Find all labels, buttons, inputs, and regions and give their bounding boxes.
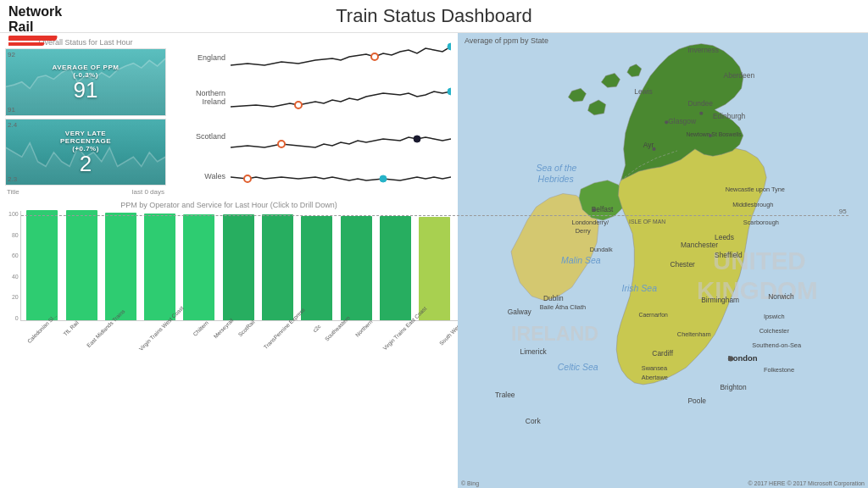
svg-text:Brighton: Brighton bbox=[720, 383, 747, 391]
bar-group[interactable] bbox=[258, 211, 297, 320]
svg-point-66 bbox=[728, 356, 733, 361]
svg-text:Cork: Cork bbox=[526, 417, 542, 425]
bar-group[interactable] bbox=[180, 211, 219, 320]
late-value: 2 bbox=[46, 152, 125, 175]
trend-ni-chart bbox=[231, 81, 451, 114]
trend-charts: England Northern Ireland bbox=[168, 36, 454, 197]
bar-chart-title: PPM by Operator and Service for Last Hou… bbox=[8, 201, 449, 209]
svg-text:Edinburgh: Edinburgh bbox=[713, 112, 746, 120]
svg-text:Aberdeen: Aberdeen bbox=[724, 71, 755, 80]
svg-text:Glasgow: Glasgow bbox=[668, 117, 697, 125]
bar-chart-section: PPM by Operator and Service for Last Hou… bbox=[3, 197, 454, 485]
logo-text: Network Rail bbox=[8, 4, 62, 34]
bar-rect bbox=[341, 216, 372, 321]
bar-group[interactable] bbox=[415, 211, 454, 320]
svg-point-65 bbox=[593, 208, 596, 211]
trend-ni: Northern Ireland bbox=[171, 80, 451, 115]
svg-text:Scarborough: Scarborough bbox=[743, 219, 779, 226]
svg-text:Dublin: Dublin bbox=[543, 294, 564, 302]
svg-point-64 bbox=[709, 134, 712, 137]
svg-text:Middlesbrough: Middlesbrough bbox=[732, 201, 773, 208]
logo-area: Network Rail bbox=[8, 4, 62, 46]
svg-text:Hebrides: Hebrides bbox=[538, 174, 575, 184]
trend-scotland-label: Scotland bbox=[171, 132, 231, 141]
trend-england-label: England bbox=[171, 53, 231, 62]
svg-text:Dundee: Dundee bbox=[687, 99, 713, 108]
bar-group[interactable] bbox=[62, 211, 101, 320]
right-panel: Average of ppm by State bbox=[458, 33, 868, 488]
svg-text:Sheffield: Sheffield bbox=[715, 251, 743, 259]
svg-rect-1 bbox=[8, 42, 45, 46]
trend-wales: Wales bbox=[171, 158, 451, 194]
svg-point-8 bbox=[278, 141, 285, 147]
svg-point-11 bbox=[380, 175, 387, 182]
uk-map-svg: Inverness Aberdeen Dundee Glasgow Edinbu… bbox=[458, 33, 868, 488]
svg-text:Malin Sea: Malin Sea bbox=[561, 255, 601, 265]
bar-rect bbox=[144, 214, 175, 320]
bar-group[interactable] bbox=[298, 211, 337, 320]
bar-group[interactable] bbox=[376, 211, 415, 320]
y-axis: 100 80 60 40 20 0 bbox=[8, 211, 20, 321]
ppm-axis-bottom: 91 bbox=[8, 106, 15, 114]
logo-icon bbox=[8, 36, 59, 46]
trend-scotland-chart bbox=[231, 120, 451, 152]
svg-text:Tralee: Tralee bbox=[495, 391, 515, 399]
logo-lines bbox=[8, 36, 59, 46]
svg-text:Newcastle upon Tyne: Newcastle upon Tyne bbox=[726, 186, 785, 193]
svg-text:Poole: Poole bbox=[687, 396, 706, 405]
top-charts: Overall Status for Last Hour 92 AVERAGE … bbox=[3, 36, 454, 197]
bar-group[interactable] bbox=[219, 211, 258, 320]
time-axis: Title last 0 days bbox=[5, 188, 166, 196]
bar-rect bbox=[26, 210, 58, 320]
bar-rect bbox=[262, 214, 293, 320]
svg-point-6 bbox=[295, 102, 302, 108]
svg-text:Irish Sea: Irish Sea bbox=[622, 283, 658, 293]
svg-text:Folkestone: Folkestone bbox=[764, 366, 794, 374]
trend-ni-label: Northern Ireland bbox=[171, 89, 231, 106]
ppm-value: 91 bbox=[46, 79, 125, 101]
bing-credit: © Bing bbox=[461, 480, 479, 486]
svg-text:Abertawe: Abertawe bbox=[642, 374, 668, 381]
late-label: VERY LATE PERCENTAGE (+0.7%) bbox=[46, 130, 125, 152]
page-title: Train Status Dashboard bbox=[336, 5, 532, 27]
trend-wales-chart bbox=[231, 160, 451, 192]
bar-group[interactable] bbox=[101, 211, 140, 320]
bar-rect bbox=[380, 216, 411, 321]
svg-text:Southend-on-Sea: Southend-on-Sea bbox=[752, 341, 802, 349]
svg-text:Baile Átha Cliath: Baile Átha Cliath bbox=[540, 303, 586, 311]
svg-text:Derry: Derry bbox=[576, 227, 591, 235]
svg-text:Celtic Sea: Celtic Sea bbox=[558, 362, 598, 372]
main-content: Overall Status for Last Hour 92 AVERAGE … bbox=[0, 33, 868, 488]
svg-point-5 bbox=[448, 43, 451, 50]
svg-text:Norwich: Norwich bbox=[768, 292, 794, 301]
bar-group[interactable] bbox=[141, 211, 180, 320]
svg-text:Caernarfon: Caernarfon bbox=[639, 312, 668, 318]
svg-point-63 bbox=[652, 147, 655, 151]
svg-text:Newtown St Boswells: Newtown St Boswells bbox=[686, 131, 742, 137]
trend-england-chart bbox=[231, 42, 451, 74]
svg-text:Inverness: Inverness bbox=[687, 46, 718, 54]
svg-text:Sea of the: Sea of the bbox=[536, 163, 576, 173]
svg-point-7 bbox=[448, 88, 451, 95]
map-title: Average of ppm by State bbox=[465, 36, 548, 45]
late-sparkline: 2.4 VERY LATE PERCENTAGE (+0.7%) 2 2.3 bbox=[5, 119, 166, 186]
late-overlay: VERY LATE PERCENTAGE (+0.7%) 2 bbox=[46, 130, 125, 175]
bar-rect bbox=[301, 216, 332, 321]
svg-text:Ipswich: Ipswich bbox=[764, 313, 785, 320]
svg-point-10 bbox=[244, 175, 251, 182]
ppm-overlay: AVERAGE OF PPM (-0.3%) 91 bbox=[46, 64, 125, 101]
svg-text:Londonderry/: Londonderry/ bbox=[572, 219, 609, 226]
svg-text:Colchester: Colchester bbox=[760, 327, 790, 335]
header: Network Rail Train Status Dashboard bbox=[0, 0, 868, 33]
svg-text:Cardiff: Cardiff bbox=[652, 349, 673, 358]
svg-text:Limerick: Limerick bbox=[520, 347, 548, 356]
bar-group[interactable] bbox=[23, 211, 62, 320]
svg-text:Cheltenham: Cheltenham bbox=[677, 330, 711, 338]
svg-text:Manchester: Manchester bbox=[681, 241, 718, 249]
svg-point-9 bbox=[414, 136, 420, 142]
svg-point-61 bbox=[665, 120, 668, 124]
bar-chart-wrapper: 100 80 60 40 20 0 95 bbox=[8, 211, 449, 365]
trend-england: England bbox=[171, 40, 451, 75]
trend-scotland: Scotland bbox=[171, 119, 451, 154]
bar-group[interactable] bbox=[337, 211, 376, 320]
